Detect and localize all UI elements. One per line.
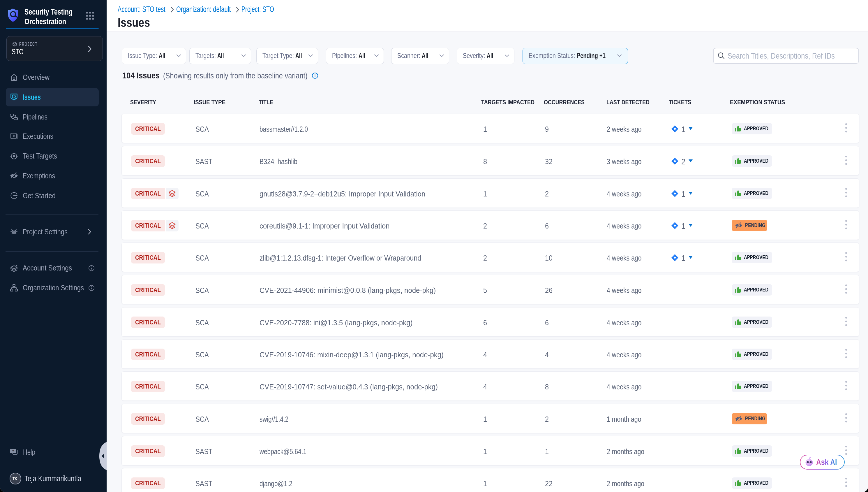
- svg-text:?: ?: [12, 449, 14, 453]
